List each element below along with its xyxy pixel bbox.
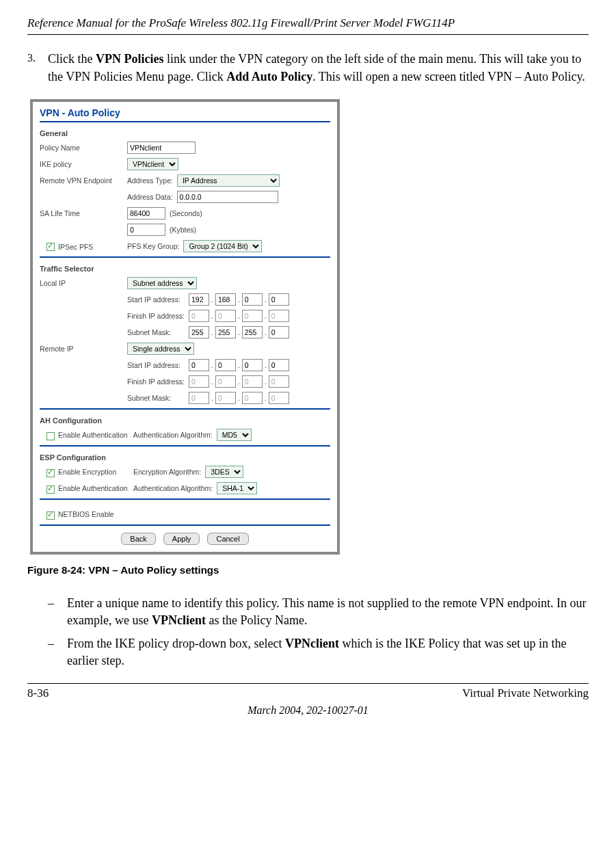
esp-enc-algo-select[interactable]: 3DES <box>205 466 243 478</box>
text: . This will open a new screen titled VPN… <box>312 70 585 83</box>
ah-configuration-heading: AH Configuration <box>40 416 330 425</box>
ipsec-pfs-checkbox[interactable] <box>46 243 55 251</box>
bullet-1-text: Enter a unique name to identify this pol… <box>67 595 589 629</box>
subnet-mask-label: Subnet Mask: <box>127 394 189 402</box>
esp-enable-auth-label: Enable Authentication <box>58 484 133 492</box>
traffic-selector-heading: Traffic Selector <box>40 265 330 273</box>
netbios-enable-label: NETBIOS Enable <box>58 510 118 518</box>
policy-name-input[interactable] <box>127 142 196 154</box>
figure-caption: Figure 8-24: VPN – Auto Policy settings <box>27 564 589 576</box>
esp-enable-enc-label: Enable Encryption <box>58 468 133 476</box>
step-3: 3. Click the VPN Policies link under the… <box>27 50 589 85</box>
divider <box>40 498 330 500</box>
dash: – <box>48 635 67 669</box>
policy-name-label: Policy Name <box>40 144 127 152</box>
document-header: Reference Manual for the ProSafe Wireles… <box>27 16 589 30</box>
sa-seconds-unit: (Seconds) <box>165 209 206 217</box>
ipsec-pfs-row: IPSec PFS PFS Key Group: Group 2 (1024 B… <box>40 239 330 254</box>
local-ip-label: Local IP <box>40 279 127 287</box>
local-mask-oct2[interactable] <box>215 326 236 338</box>
step-text: Click the VPN Policies link under the VP… <box>48 50 589 85</box>
local-start-oct2[interactable] <box>215 293 236 306</box>
ipsec-pfs-container: IPSec PFS <box>40 241 127 251</box>
footer-row: 8-36 Virtual Private Networking <box>27 687 589 700</box>
ike-policy-select[interactable]: VPNclient <box>127 158 178 170</box>
remote-vpn-endpoint-row: Remote VPN Endpoint Address Type: IP Add… <box>40 173 330 188</box>
pfs-key-group-select[interactable]: Group 2 (1024 Bit) <box>183 240 262 252</box>
local-mask-oct1[interactable] <box>189 326 209 338</box>
divider <box>40 524 330 526</box>
ah-enable-auth-label: Enable Authentication <box>58 431 132 439</box>
address-data-label: Address Data: <box>127 193 177 201</box>
remote-ip-label: Remote IP <box>40 345 127 353</box>
remote-start-oct3[interactable] <box>242 359 263 371</box>
local-finish-oct3[interactable] <box>242 310 263 322</box>
remote-ip-type-select[interactable]: Single address <box>127 343 194 355</box>
ah-enable-auth-row: Enable Authentication Authentication Alg… <box>40 427 330 442</box>
general-heading: General <box>40 129 330 137</box>
local-mask-oct4[interactable] <box>269 326 289 338</box>
finish-ip-label: Finish IP address: <box>127 377 189 386</box>
remote-finish-oct2[interactable] <box>215 375 236 388</box>
divider <box>40 256 330 258</box>
sa-seconds-input[interactable] <box>127 207 165 219</box>
ah-auth-algo-select[interactable]: MD5 <box>217 429 252 441</box>
policy-name-row: Policy Name <box>40 140 330 155</box>
local-start-oct1[interactable] <box>189 293 209 306</box>
bullet-1: – Enter a unique name to identify this p… <box>48 595 589 629</box>
remote-mask-oct3[interactable] <box>242 392 263 404</box>
local-start-oct4[interactable] <box>269 293 289 306</box>
remote-start-ip-row: Start IP address: ... <box>40 358 330 373</box>
local-finish-oct4[interactable] <box>269 310 289 322</box>
remote-mask-oct2[interactable] <box>215 392 236 404</box>
local-mask-oct3[interactable] <box>242 326 263 338</box>
remote-finish-oct4[interactable] <box>269 375 289 388</box>
bold-vpnclient: VPNclient <box>285 637 339 650</box>
vpn-auto-policy-screenshot: VPN - Auto Policy General Policy Name IK… <box>30 99 340 555</box>
remote-vpn-endpoint-label: Remote VPN Endpoint <box>40 176 127 185</box>
ipsec-pfs-label: IPSec PFS <box>58 243 93 251</box>
text: Enter a unique name to identify this pol… <box>67 596 587 627</box>
header-rule <box>27 34 589 35</box>
local-subnet-mask-row: Subnet Mask: ... <box>40 325 330 340</box>
start-ip-label: Start IP address: <box>127 361 189 369</box>
button-row: Back Apply Cancel <box>40 533 330 545</box>
footer-rule <box>27 683 589 684</box>
cancel-button[interactable]: Cancel <box>207 533 248 545</box>
remote-start-oct4[interactable] <box>269 359 289 371</box>
esp-enable-auth-checkbox[interactable] <box>46 485 55 494</box>
remote-finish-oct3[interactable] <box>242 375 263 388</box>
ah-enable-auth-checkbox[interactable] <box>46 432 55 440</box>
local-finish-ip-row: Finish IP address: ... <box>40 308 330 323</box>
back-button[interactable]: Back <box>121 533 155 545</box>
apply-button[interactable]: Apply <box>163 533 200 545</box>
remote-mask-oct4[interactable] <box>269 392 289 404</box>
local-ip-type-select[interactable]: Subnet address <box>127 277 197 289</box>
remote-start-oct1[interactable] <box>189 359 209 371</box>
divider <box>40 121 330 122</box>
esp-configuration-heading: ESP Configuration <box>40 453 330 462</box>
local-finish-oct2[interactable] <box>215 310 236 322</box>
text: Click the <box>48 52 96 66</box>
remote-mask-oct1[interactable] <box>189 392 209 404</box>
esp-enable-enc-checkbox[interactable] <box>46 469 55 477</box>
sa-kbytes-input[interactable] <box>127 224 165 236</box>
text: as the Policy Name. <box>206 613 307 627</box>
bold-vpn-policies: VPN Policies <box>96 52 163 66</box>
local-start-oct3[interactable] <box>242 293 263 306</box>
bullet-2: – From the IKE policy drop-down box, sel… <box>48 635 589 669</box>
section-name: Virtual Private Networking <box>462 687 589 700</box>
dash: – <box>48 595 67 629</box>
finish-ip-label: Finish IP address: <box>127 312 189 320</box>
address-data-input[interactable] <box>177 191 278 203</box>
ike-policy-label: IKE policy <box>40 160 127 168</box>
remote-start-oct2[interactable] <box>215 359 236 371</box>
esp-auth-algo-select[interactable]: SHA-1 <box>217 482 257 494</box>
remote-finish-oct1[interactable] <box>189 375 209 388</box>
local-finish-oct1[interactable] <box>189 310 209 322</box>
netbios-enable-checkbox[interactable] <box>46 511 55 520</box>
address-type-select[interactable]: IP Address <box>177 174 280 187</box>
local-ip-row: Local IP Subnet address <box>40 276 330 291</box>
remote-ip-row: Remote IP Single address <box>40 341 330 356</box>
ah-auth-algo-label: Authentication Algorithm: <box>132 431 217 439</box>
